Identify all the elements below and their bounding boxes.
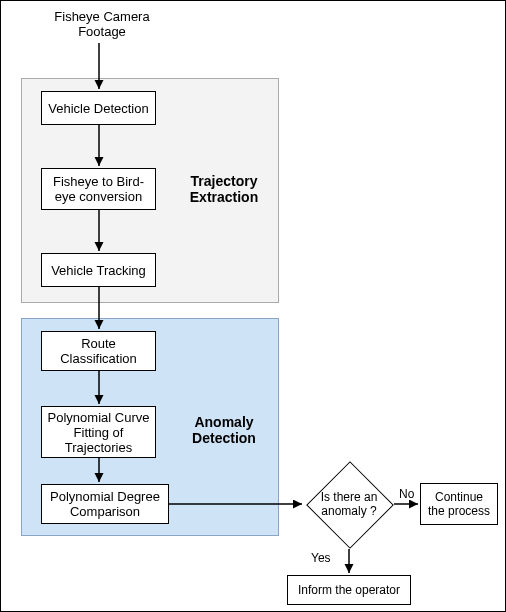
flowchart-canvas: Fisheye Camera Footage Vehicle Detection… <box>0 0 506 612</box>
vehicle-detection-box: Vehicle Detection <box>41 91 156 125</box>
edge-label-no: No <box>399 487 414 501</box>
inform-operator-box: Inform the operator <box>287 575 411 605</box>
curve-fitting-box: Polynomial Curve Fitting of Trajectories <box>41 406 156 458</box>
decision-text: Is there an anomaly ? <box>304 459 394 549</box>
input-label: Fisheye Camera Footage <box>47 9 157 39</box>
vehicle-tracking-box: Vehicle Tracking <box>41 253 156 287</box>
anomaly-section-label: Anomaly Detection <box>179 414 269 446</box>
degree-comparison-box: Polynomial Degree Comparison <box>41 484 169 524</box>
trajectory-section-label: Trajectory Extraction <box>179 173 269 205</box>
route-classification-box: Route Classification <box>41 331 156 371</box>
edge-label-yes: Yes <box>311 551 331 565</box>
fisheye-conversion-box: Fisheye to Bird- eye conversion <box>41 168 156 210</box>
continue-process-box: Continue the process <box>420 483 498 525</box>
anomaly-decision: Is there an anomaly ? <box>304 459 394 549</box>
